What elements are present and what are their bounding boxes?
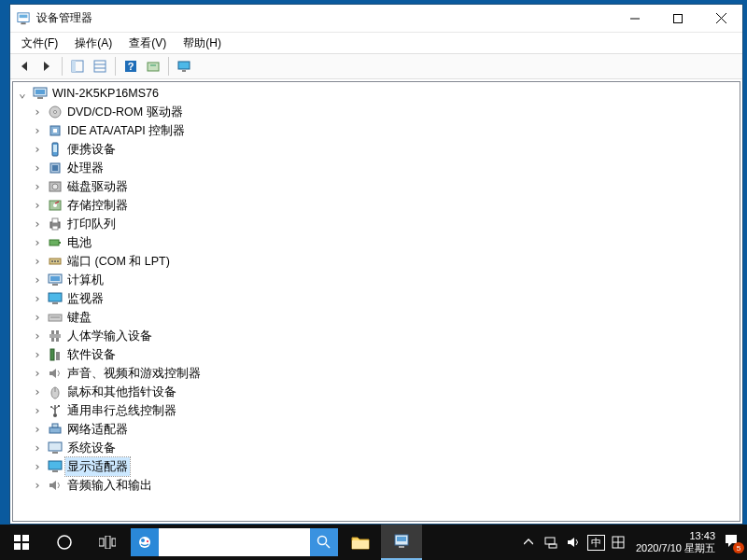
minimize-button[interactable] <box>613 5 656 32</box>
svg-rect-24 <box>53 129 57 133</box>
menu-help[interactable]: 帮助(H) <box>176 34 229 53</box>
tree-item[interactable]: ›显示适配器 <box>13 457 740 476</box>
show-hide-button[interactable] <box>67 56 88 77</box>
tree-item[interactable]: ›软件设备 <box>13 345 740 364</box>
start-button[interactable] <box>0 525 43 560</box>
tree-item[interactable]: ›系统设备 <box>13 439 740 457</box>
expand-icon[interactable]: › <box>30 345 45 364</box>
expand-icon[interactable]: › <box>30 364 45 383</box>
tree-item[interactable]: ›磁盘驱动器 <box>13 177 740 196</box>
tree-item[interactable]: ›打印队列 <box>13 215 740 233</box>
expand-icon[interactable]: › <box>30 327 45 345</box>
tree-item[interactable]: ›便携设备 <box>13 140 740 159</box>
svg-rect-83 <box>397 537 406 541</box>
ime-mode-icon[interactable] <box>608 525 628 560</box>
search-logo-icon <box>131 528 159 556</box>
expand-icon[interactable]: › <box>30 457 45 476</box>
menu-view[interactable]: 查看(V) <box>121 34 174 53</box>
device-category-label: 鼠标和其他指针设备 <box>65 383 178 401</box>
device-tree[interactable]: ⌄ WIN-2K5KP16MS76 ›DVD/CD-ROM 驱动器›IDE AT… <box>12 81 740 522</box>
menu-file[interactable]: 文件(F) <box>14 34 65 53</box>
svg-rect-71 <box>22 543 29 550</box>
expand-icon[interactable]: › <box>30 177 45 196</box>
network-icon[interactable] <box>541 525 561 560</box>
expand-icon[interactable]: › <box>30 289 45 308</box>
tree-item[interactable]: ›处理器 <box>13 159 740 177</box>
expand-icon[interactable]: › <box>30 121 45 140</box>
svg-rect-75 <box>112 539 116 546</box>
tree-item[interactable]: ›监视器 <box>13 289 740 308</box>
back-button[interactable] <box>14 56 35 77</box>
svg-point-30 <box>52 184 58 189</box>
expand-icon[interactable]: › <box>30 233 45 252</box>
search-icon[interactable] <box>310 528 338 556</box>
tray-overflow-icon[interactable] <box>518 525 539 560</box>
expand-icon[interactable]: › <box>30 252 45 271</box>
device-category-label: 系统设备 <box>65 439 118 457</box>
system-tray: 中 13:43 2020/7/10 星期五 5 <box>518 525 747 560</box>
svg-rect-45 <box>49 293 62 301</box>
task-view-button[interactable] <box>86 525 129 560</box>
svg-rect-84 <box>399 546 404 548</box>
disc-icon <box>48 105 63 119</box>
expand-icon[interactable]: › <box>30 140 45 159</box>
collapse-icon[interactable]: ⌄ <box>15 84 30 103</box>
expand-icon[interactable]: › <box>30 439 45 457</box>
tree-item[interactable]: ›电池 <box>13 233 740 252</box>
cortana-button[interactable] <box>43 525 86 560</box>
maximize-button[interactable] <box>656 5 699 32</box>
device-manager-task[interactable] <box>381 525 422 560</box>
tree-item[interactable]: ›通用串行总线控制器 <box>13 401 740 420</box>
expand-icon[interactable]: › <box>30 103 45 121</box>
tree-item[interactable]: ›DVD/CD-ROM 驱动器 <box>13 103 740 121</box>
device-category-label: IDE ATA/ATAPI 控制器 <box>65 121 187 140</box>
scan-button[interactable] <box>143 56 163 77</box>
tree-item[interactable]: ›声音、视频和游戏控制器 <box>13 364 740 383</box>
taskbar-search[interactable] <box>131 528 338 556</box>
svg-point-56 <box>53 413 57 417</box>
storage-icon <box>48 198 63 213</box>
tree-item[interactable]: ›人体学输入设备 <box>13 327 740 345</box>
tree-item[interactable]: ›音频输入和输出 <box>13 476 740 495</box>
device-category-label: 网络适配器 <box>65 420 130 439</box>
expand-icon[interactable]: › <box>30 215 45 233</box>
tree-item[interactable]: ›网络适配器 <box>13 420 740 439</box>
toolbar: ? <box>10 53 742 79</box>
svg-rect-67 <box>52 470 58 472</box>
svg-rect-28 <box>52 165 58 171</box>
tree-item[interactable]: ›鼠标和其他指针设备 <box>13 383 740 401</box>
titlebar: 设备管理器 <box>10 5 742 33</box>
close-button[interactable] <box>699 5 742 32</box>
hdd-icon <box>48 179 63 194</box>
tree-item[interactable]: ›IDE ATA/ATAPI 控制器 <box>13 121 740 140</box>
expand-icon[interactable]: › <box>30 196 45 215</box>
device-category-label: 便携设备 <box>65 140 118 159</box>
tree-item[interactable]: ›存储控制器 <box>13 196 740 215</box>
port-icon <box>48 254 63 269</box>
expand-icon[interactable]: › <box>30 383 45 401</box>
notifications-icon[interactable]: 5 <box>723 525 743 560</box>
expand-icon[interactable]: › <box>30 476 45 495</box>
tree-item[interactable]: ›端口 (COM 和 LPT) <box>13 252 740 271</box>
device-category-label: 声音、视频和游戏控制器 <box>65 364 203 383</box>
expand-icon[interactable]: › <box>30 159 45 177</box>
tree-item[interactable]: ›键盘 <box>13 308 740 327</box>
volume-icon[interactable] <box>563 525 584 560</box>
svg-rect-46 <box>52 302 58 304</box>
expand-icon[interactable]: › <box>30 271 45 289</box>
expand-icon[interactable]: › <box>30 308 45 327</box>
forward-button[interactable] <box>36 56 57 77</box>
menu-action[interactable]: 操作(A) <box>67 34 120 53</box>
expand-icon[interactable]: › <box>30 401 45 420</box>
tree-root[interactable]: ⌄ WIN-2K5KP16MS76 <box>13 84 740 103</box>
properties-button[interactable] <box>90 56 110 77</box>
ime-indicator[interactable]: 中 <box>585 525 606 560</box>
explorer-task[interactable] <box>340 525 381 560</box>
search-input[interactable] <box>159 528 310 556</box>
help-button[interactable]: ? <box>120 56 141 77</box>
monitor-button[interactable] <box>174 56 194 77</box>
clock[interactable]: 13:43 2020/7/10 星期五 <box>630 530 721 554</box>
tree-item[interactable]: ›计算机 <box>13 271 740 289</box>
mouse-icon <box>48 385 63 399</box>
expand-icon[interactable]: › <box>30 420 45 439</box>
